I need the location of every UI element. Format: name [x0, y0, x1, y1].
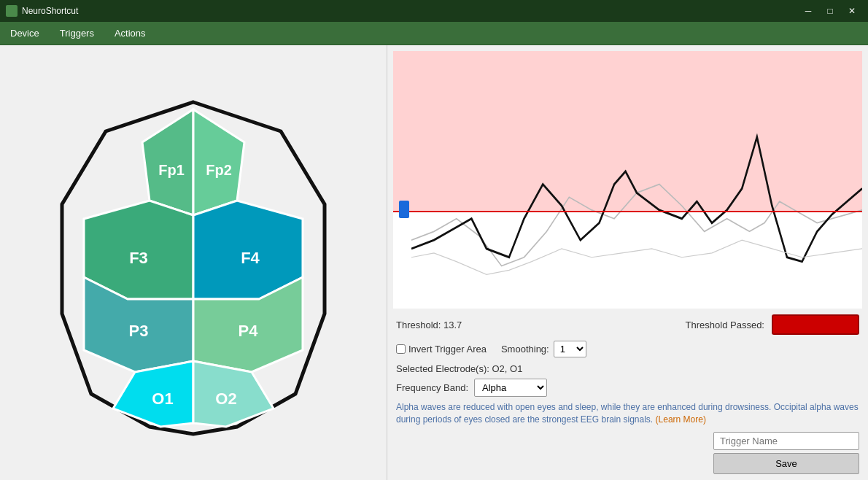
maximize-button[interactable]: □	[820, 3, 840, 19]
trigger-save-area: Save	[396, 432, 859, 474]
threshold-row: Threshold: 13.7 Threshold Passed:	[396, 314, 859, 335]
main-content: Fp1 Fp2 F3 F4 P3 P4	[0, 45, 868, 480]
freq-band-label: Frequency Band:	[396, 382, 468, 393]
title-bar: NeuroShortcut ─ □ ✕	[0, 0, 868, 22]
right-panel: Threshold: 13.7 Threshold Passed: Invert…	[387, 45, 868, 480]
electrode-o2-label: O2	[215, 390, 236, 408]
app-icon	[6, 5, 18, 17]
threshold-passed-row: Threshold Passed:	[686, 314, 859, 335]
tab-device[interactable]: Device	[0, 22, 50, 44]
electrode-p3-label: P3	[129, 322, 149, 340]
chart-area	[393, 51, 862, 309]
invert-trigger-label[interactable]: Invert Trigger Area	[396, 344, 487, 355]
tab-triggers[interactable]: Triggers	[50, 22, 104, 44]
invert-row: Invert Trigger Area Smoothing: 1 2 3 5 1…	[396, 341, 859, 357]
title-bar-left: NeuroShortcut	[6, 5, 78, 17]
trigger-name-input[interactable]	[713, 432, 859, 450]
electrode-f3-label: F3	[129, 249, 148, 267]
threshold-passed-label: Threshold Passed:	[686, 320, 764, 330]
electrode-fp2-label: Fp2	[206, 162, 232, 178]
eeg-chart	[411, 51, 862, 309]
title-bar-controls: ─ □ ✕	[798, 3, 862, 19]
smoothing-label: Smoothing:	[501, 344, 549, 355]
selected-electrodes: Selected Electrode(s): O2, O1	[396, 363, 859, 374]
learn-more-link[interactable]: (Learn More)	[656, 414, 706, 425]
invert-trigger-checkbox[interactable]	[396, 344, 406, 354]
electrode-o1-label: O1	[152, 390, 173, 408]
app-title: NeuroShortcut	[22, 6, 78, 16]
threshold-value-label: Threshold: 13.7	[396, 320, 462, 330]
controls-area: Threshold: 13.7 Threshold Passed: Invert…	[387, 309, 868, 480]
threshold-slider[interactable]	[399, 201, 409, 218]
electrode-p4-label: P4	[239, 322, 259, 340]
left-panel: Fp1 Fp2 F3 F4 P3 P4	[0, 45, 387, 480]
head-diagram: Fp1 Fp2 F3 F4 P3 P4	[55, 88, 332, 438]
threshold-indicator	[772, 314, 859, 335]
close-button[interactable]: ✕	[842, 3, 862, 19]
smoothing-row: Smoothing: 1 2 3 5 10	[501, 341, 586, 357]
alpha-description: Alpha waves are reduced with open eyes a…	[396, 401, 859, 426]
minimize-button[interactable]: ─	[798, 3, 818, 19]
freq-band-select[interactable]: Delta Theta Alpha Beta Gamma	[474, 379, 547, 397]
tab-actions[interactable]: Actions	[104, 22, 156, 44]
smoothing-select[interactable]: 1 2 3 5 10	[554, 341, 586, 357]
save-button[interactable]: Save	[713, 453, 859, 474]
menu-bar: Device Triggers Actions	[0, 22, 868, 45]
electrode-fp1-label: Fp1	[158, 162, 185, 178]
freq-band-row: Frequency Band: Delta Theta Alpha Beta G…	[396, 379, 859, 397]
electrode-f4-label: F4	[241, 249, 260, 267]
